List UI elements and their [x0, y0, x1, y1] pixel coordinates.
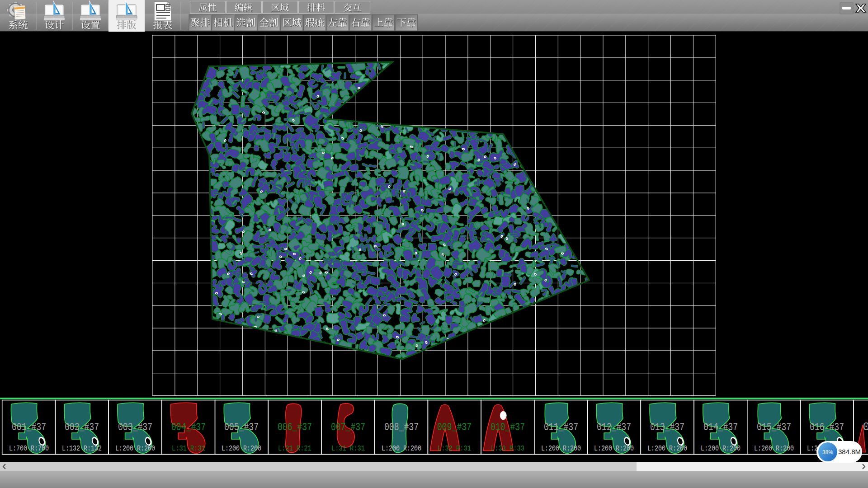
svg-text:002_#37: 002_#37: [65, 421, 99, 433]
svg-text:010_#37: 010_#37: [491, 421, 525, 433]
svg-text:L:31 R:31: L:31 R:31: [331, 444, 365, 453]
svg-text:004_#37: 004_#37: [171, 421, 206, 433]
svg-text:0: 0: [863, 420, 868, 434]
svg-text:L:33 R:33: L:33 R:33: [491, 444, 524, 453]
svg-text:011_#37: 011_#37: [544, 421, 578, 433]
svg-text:38%: 38%: [822, 449, 833, 455]
svg-text:L:200 R:200: L:200 R:200: [594, 444, 634, 453]
svg-text:003_#37: 003_#37: [118, 421, 152, 433]
svg-text:L:200 R:200: L:200 R:200: [115, 444, 155, 453]
svg-text:L:31 R:31: L:31 R:31: [172, 444, 205, 453]
svg-text:008_#37: 008_#37: [384, 421, 419, 433]
svg-text:014_#37: 014_#37: [703, 421, 738, 433]
svg-text:006_#37: 006_#37: [278, 421, 312, 433]
svg-text:013_#37: 013_#37: [650, 421, 684, 433]
svg-text:L:200 R:200: L:200 R:200: [541, 444, 581, 453]
svg-text:016_#37: 016_#37: [810, 421, 844, 433]
svg-text:001_#37: 001_#37: [12, 421, 46, 433]
svg-text:L:200 R:200: L:200 R:200: [701, 444, 741, 453]
svg-text:L:200 R:200: L:200 R:200: [647, 444, 687, 453]
svg-text:L:200 R:200: L:200 R:200: [754, 444, 794, 453]
svg-text:384.8M: 384.8M: [838, 448, 861, 455]
svg-text:005_#37: 005_#37: [224, 421, 259, 433]
svg-text:012_#37: 012_#37: [597, 421, 631, 433]
svg-text:L:132 R:132: L:132 R:132: [62, 444, 102, 453]
svg-text:L:21 R:21: L:21 R:21: [278, 444, 311, 453]
svg-text:009_#37: 009_#37: [437, 421, 472, 433]
svg-text:L:200 R:200: L:200 R:200: [382, 444, 421, 453]
svg-text:L:32 R:31: L:32 R:31: [438, 444, 471, 453]
svg-text:L:700 R:700: L:700 R:700: [9, 444, 49, 453]
svg-text:L:200 R:200: L:200 R:200: [222, 444, 261, 453]
svg-text:007_#37: 007_#37: [331, 421, 365, 433]
svg-text:015_#37: 015_#37: [757, 421, 791, 433]
